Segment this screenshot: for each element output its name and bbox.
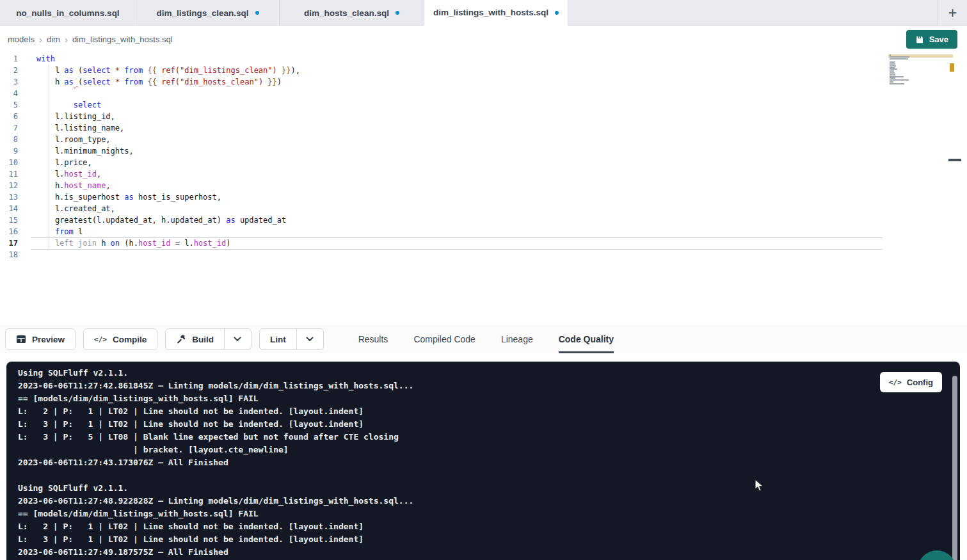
- panel-tab-results[interactable]: Results: [358, 325, 388, 353]
- code-token: l.price,: [36, 158, 92, 167]
- line-number: 3: [0, 76, 28, 88]
- minimap-line: [890, 79, 909, 81]
- code-token: select: [74, 100, 101, 109]
- code-line-3[interactable]: h as (select * from {{ ref("dim_hosts_cl…: [36, 76, 967, 88]
- code-token: {{: [147, 77, 156, 86]
- code-token: *: [115, 66, 120, 75]
- breadcrumb-item[interactable]: models: [8, 35, 35, 44]
- preview-button[interactable]: Preview: [5, 328, 76, 350]
- tab-bar-spacer: [568, 0, 938, 25]
- code-line-7[interactable]: l.listing_name,: [36, 122, 967, 134]
- panel-tab-compiled-code[interactable]: Compiled Code: [413, 325, 476, 353]
- terminal-line: == [models/dim/dim_listings_with_hosts.s…: [18, 508, 960, 520]
- lint-dropdown-button[interactable]: [296, 329, 323, 349]
- code-token: select: [83, 77, 110, 86]
- line-number: 9: [0, 145, 28, 157]
- build-dropdown-button[interactable]: [224, 329, 251, 349]
- code-token: [36, 100, 74, 109]
- file-tab-dim_hosts_clean[interactable]: dim_hosts_clean.sql: [280, 0, 424, 26]
- code-token: host_is_superhost,: [134, 193, 221, 202]
- code-token: from: [124, 66, 143, 75]
- minimap-line: [890, 70, 894, 72]
- line-number: 14: [0, 203, 28, 214]
- code-line-17[interactable]: left join h on (h.host_id = l.host_id): [36, 237, 967, 249]
- code-line-18[interactable]: [36, 249, 967, 260]
- code-token: l.listing_id,: [36, 112, 115, 121]
- compile-button[interactable]: </> Compile: [83, 328, 157, 350]
- config-button[interactable]: </> Config: [880, 372, 942, 392]
- code-token: l: [36, 66, 64, 75]
- code-editor[interactable]: 123456789101112131415161718 with l as (s…: [0, 52, 967, 325]
- code-line-1[interactable]: with: [36, 53, 967, 65]
- code-token: ,: [106, 181, 110, 190]
- panel-tab-lineage[interactable]: Lineage: [501, 325, 533, 353]
- terminal-line: 2023-06-06T11:27:42.861845Z — Linting mo…: [18, 380, 960, 392]
- code-token: h.: [36, 181, 64, 190]
- code-brackets-icon: </>: [889, 378, 902, 387]
- file-tab-no_nulls_in_columns[interactable]: no_nulls_in_columns.sql: [0, 0, 136, 26]
- code-line-14[interactable]: l.created_at,: [36, 203, 967, 214]
- save-button[interactable]: Save: [906, 30, 957, 49]
- terminal-line: Using SQLFluff v2.1.1.: [18, 367, 960, 380]
- code-token: updated_at: [236, 216, 286, 225]
- lint-button[interactable]: Lint: [260, 329, 296, 349]
- line-number: 7: [0, 122, 28, 134]
- code-brackets-icon: </>: [94, 335, 107, 344]
- terminal-scrollbar-thumb[interactable]: [952, 376, 957, 560]
- code-line-5[interactable]: select: [36, 99, 967, 111]
- code-line-9[interactable]: l.minimum_nights,: [36, 145, 967, 157]
- code-token: }}: [268, 77, 276, 86]
- code-line-12[interactable]: h.host_name,: [36, 180, 967, 191]
- floppy-disk-icon: [915, 35, 924, 44]
- code-line-6[interactable]: l.listing_id,: [36, 111, 967, 122]
- code-token: [277, 66, 282, 75]
- code-token: left join: [36, 239, 97, 248]
- breadcrumb-item[interactable]: dim: [47, 35, 60, 44]
- code-token: = l.: [171, 239, 194, 248]
- minimap-line: [890, 67, 895, 68]
- unsaved-changes-dot-icon: [555, 11, 559, 15]
- minimap-line: [890, 77, 895, 79]
- code-token: ref("dim_hosts_clean"): [161, 77, 263, 86]
- overview-ruler-warning-marker: [950, 63, 954, 72]
- code-token: as: [64, 66, 73, 75]
- build-button[interactable]: Build: [166, 329, 224, 349]
- code-line-4[interactable]: [36, 88, 967, 99]
- code-token: host_id: [194, 239, 227, 248]
- line-number: 1: [0, 53, 28, 65]
- build-split-button: Build: [165, 328, 252, 350]
- code-token: [111, 77, 115, 86]
- lint-output-terminal[interactable]: Using SQLFluff v2.1.1.2023-06-06T11:27:4…: [6, 362, 960, 560]
- line-number: 12: [0, 180, 28, 191]
- code-token: with: [36, 54, 55, 63]
- breadcrumb-item[interactable]: dim_listings_with_hosts.sql: [72, 35, 173, 44]
- editor-minimap[interactable]: [888, 54, 954, 87]
- file-tab-dim_listings_clean[interactable]: dim_listings_clean.sql: [136, 0, 280, 26]
- minimap-line: [890, 58, 908, 60]
- code-token: (h.: [120, 239, 138, 248]
- new-tab-button[interactable]: +: [938, 0, 967, 26]
- panel-tab-code-quality[interactable]: Code Quality: [559, 325, 614, 353]
- minimap-line: [890, 56, 909, 58]
- terminal-line: 2023-06-06T11:27:49.187575Z — All Finish…: [18, 546, 960, 559]
- code-line-11[interactable]: l.host_id,: [36, 168, 967, 180]
- code-lines[interactable]: with l as (select * from {{ ref("dim_lis…: [36, 53, 967, 260]
- code-line-8[interactable]: l.room_type,: [36, 134, 967, 145]
- minimap-line: [890, 63, 895, 65]
- code-line-2[interactable]: l as (select * from {{ ref("dim_listings…: [36, 65, 967, 76]
- minimap-line: [890, 81, 893, 83]
- lint-split-button: Lint: [259, 328, 324, 350]
- code-line-13[interactable]: h.is_superhost as host_is_superhost,: [36, 191, 967, 203]
- code-token: [74, 77, 78, 86]
- code-token: l.: [36, 170, 64, 179]
- line-number: 10: [0, 157, 28, 168]
- code-token: ref("dim_listings_clean"): [161, 66, 277, 75]
- file-header-row: models›dim›dim_listings_with_hosts.sql S…: [0, 26, 967, 52]
- terminal-line: L: 3 | P: 5 | LT08 | Blank line expected…: [18, 431, 960, 444]
- code-token: [36, 227, 55, 236]
- code-line-16[interactable]: from l: [36, 226, 967, 237]
- code-line-10[interactable]: l.price,: [36, 157, 967, 168]
- unsaved-changes-dot-icon: [255, 11, 259, 15]
- file-tab-dim_listings_with_hosts[interactable]: dim_listings_with_hosts.sql: [424, 0, 568, 26]
- code-line-15[interactable]: greatest(l.updated_at, h.updated_at) as …: [36, 214, 967, 226]
